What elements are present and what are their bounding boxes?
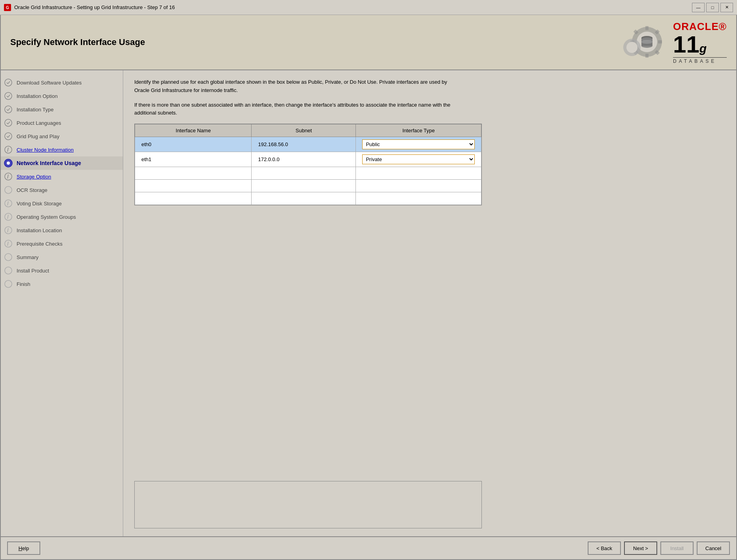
step-icon-8 xyxy=(4,172,13,181)
sidebar-label-installation-type: Installation Type xyxy=(17,107,54,113)
footer-bar: Help < Back Next > Install Cancel xyxy=(1,536,736,559)
step-indicator-13 xyxy=(4,239,13,248)
sidebar-label-prerequisite-checks: Prerequisite Checks xyxy=(17,241,62,247)
step-icon-16 xyxy=(4,280,13,288)
sidebar-item-storage-option[interactable]: Storage Option xyxy=(1,170,123,183)
sidebar-label-installation-option: Installation Option xyxy=(17,93,58,99)
step-indicator-1 xyxy=(4,78,13,87)
minimize-button[interactable]: — xyxy=(692,3,705,12)
sidebar-label-cluster-node-information: Cluster Node Information xyxy=(17,147,74,153)
col-header-interface-name: Interface Name xyxy=(135,124,252,137)
sidebar-item-network-interface-usage: Network Interface Usage xyxy=(1,156,123,170)
col-header-subnet: Subnet xyxy=(252,124,356,137)
sidebar-label-ocr-storage: OCR Storage xyxy=(17,187,47,193)
svg-point-33 xyxy=(5,213,12,220)
step-icon-14 xyxy=(4,253,13,261)
description-text-1: Identify the planned use for each global… xyxy=(134,78,458,95)
svg-rect-7 xyxy=(658,40,662,43)
maximize-button[interactable]: □ xyxy=(706,3,719,12)
help-label: Help xyxy=(19,545,29,551)
svg-point-30 xyxy=(5,186,12,194)
step-icon-13 xyxy=(4,239,13,248)
sidebar-item-install-product[interactable]: Install Product xyxy=(1,264,123,277)
title-bar-text: Oracle Grid Infrastructure - Setting up … xyxy=(14,4,175,10)
oracle-database-label: DATABASE xyxy=(673,57,727,64)
step-indicator-10 xyxy=(4,199,13,208)
svg-point-37 xyxy=(5,240,12,247)
sidebar-label-installation-location: Installation Location xyxy=(17,227,62,233)
type-select-eth1[interactable]: Public Private Do Not Use xyxy=(362,154,475,164)
title-bar-controls: — □ ✕ xyxy=(692,3,733,12)
sidebar-item-voting-disk-storage[interactable]: Voting Disk Storage xyxy=(1,197,123,210)
interface-type-eth0[interactable]: Public Private Do Not Use xyxy=(356,137,481,152)
sidebar-item-product-languages[interactable]: Product Languages xyxy=(1,116,123,130)
step-indicator-9 xyxy=(4,186,13,194)
table-row-empty-2 xyxy=(135,180,481,192)
step-indicator-7 xyxy=(4,159,13,167)
sidebar-item-summary[interactable]: Summary xyxy=(1,250,123,264)
sidebar-label-finish: Finish xyxy=(17,281,30,287)
table-row: eth1 172.0.0.0 Public Private Do Not Use xyxy=(135,152,481,167)
interface-type-eth1[interactable]: Public Private Do Not Use xyxy=(356,152,481,167)
sidebar-item-finish[interactable]: Finish xyxy=(1,277,123,291)
next-button[interactable]: Next > xyxy=(624,541,657,555)
svg-line-34 xyxy=(8,215,8,219)
oracle-version-number: 11 xyxy=(673,33,699,56)
col-header-interface-type: Interface Type xyxy=(356,124,481,137)
close-button[interactable]: ✕ xyxy=(720,3,733,12)
back-button[interactable]: < Back xyxy=(588,541,621,555)
help-button[interactable]: Help xyxy=(7,541,40,555)
svg-point-23 xyxy=(5,133,12,140)
sidebar-label-voting-disk-storage: Voting Disk Storage xyxy=(17,201,62,207)
interface-name-eth1: eth1 xyxy=(135,152,252,167)
install-button[interactable]: Install xyxy=(660,541,694,555)
table-row: eth0 192.168.56.0 Public Private Do Not … xyxy=(135,137,481,152)
header-logo-area: ORACLE® 11 g DATABASE xyxy=(604,21,727,64)
step-icon-7 xyxy=(4,159,13,167)
sidebar-item-installation-option[interactable]: Installation Option xyxy=(1,89,123,103)
window-body: Specify Network Interface Usage xyxy=(0,15,737,560)
next-label: Next > xyxy=(633,545,648,551)
sidebar-item-operating-system-groups[interactable]: Operating System Groups xyxy=(1,210,123,224)
sidebar-item-installation-type[interactable]: Installation Type xyxy=(1,103,123,116)
cancel-label: Cancel xyxy=(705,545,721,551)
svg-text:G: G xyxy=(6,6,9,10)
step-icon-10 xyxy=(4,199,13,208)
svg-point-19 xyxy=(5,79,12,86)
back-label: < Back xyxy=(596,545,612,551)
step-icon-5 xyxy=(4,132,13,141)
sidebar-label-operating-system-groups: Operating System Groups xyxy=(17,214,76,220)
step-icon-3 xyxy=(4,105,13,114)
step-indicator-11 xyxy=(4,212,13,221)
sidebar: Download Software Updates Installation O… xyxy=(1,70,123,536)
svg-line-36 xyxy=(8,228,8,232)
step-indicator-14 xyxy=(4,253,13,261)
sidebar-item-download-software-updates[interactable]: Download Software Updates xyxy=(1,76,123,89)
sidebar-item-installation-location[interactable]: Installation Location xyxy=(1,224,123,237)
step-icon-6 xyxy=(4,145,13,154)
sidebar-item-ocr-storage[interactable]: OCR Storage xyxy=(1,183,123,197)
install-label: Install xyxy=(670,545,684,551)
step-icon-1 xyxy=(4,78,13,87)
step-icon-11 xyxy=(4,212,13,221)
title-bar: G Oracle Grid Infrastructure - Setting u… xyxy=(0,0,737,15)
sidebar-item-grid-plug-and-play[interactable]: Grid Plug and Play xyxy=(1,130,123,143)
sidebar-label-product-languages: Product Languages xyxy=(17,120,61,126)
svg-point-20 xyxy=(5,92,12,100)
sidebar-label-grid-plug-and-play: Grid Plug and Play xyxy=(17,133,59,139)
svg-rect-5 xyxy=(645,54,649,58)
sidebar-item-cluster-node-information[interactable]: Cluster Node Information xyxy=(1,143,123,156)
type-select-eth0[interactable]: Public Private Do Not Use xyxy=(362,139,475,149)
step-indicator-8 xyxy=(4,172,13,181)
step-indicator-3 xyxy=(4,105,13,114)
sidebar-item-prerequisite-checks[interactable]: Prerequisite Checks xyxy=(1,237,123,250)
interface-table: Interface Name Subnet Interface Type eth… xyxy=(135,124,481,205)
main-content: Download Software Updates Installation O… xyxy=(1,70,736,536)
notes-area xyxy=(134,481,482,528)
cancel-button[interactable]: Cancel xyxy=(697,541,730,555)
table-row-empty-3 xyxy=(135,192,481,205)
svg-point-41 xyxy=(5,280,12,288)
step-indicator-12 xyxy=(4,226,13,235)
svg-point-22 xyxy=(5,119,12,126)
svg-point-27 xyxy=(7,162,10,165)
